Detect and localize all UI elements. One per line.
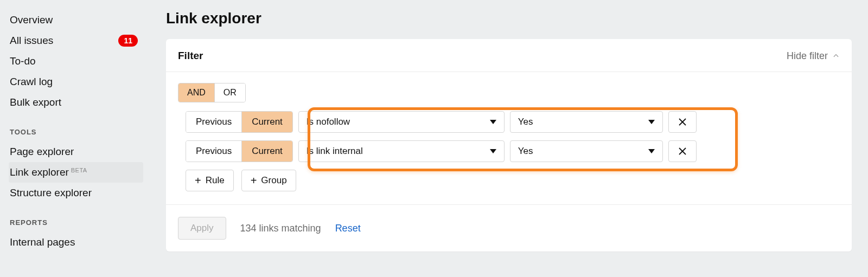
- sidebar-item-label: Page explorer: [10, 146, 74, 158]
- rule-field-select[interactable]: Is nofollow: [298, 111, 505, 133]
- logic-and[interactable]: AND: [178, 83, 214, 102]
- sidebar-item-structure-explorer[interactable]: Structure explorer: [9, 183, 143, 203]
- sidebar-item-label: Overview: [10, 14, 53, 26]
- sidebar-item-label: Bulk export: [10, 96, 61, 108]
- rule-field-value: Is link internal: [307, 146, 363, 157]
- sidebar-heading-tools: TOOLS: [10, 128, 143, 136]
- chevron-up-icon: [832, 52, 840, 60]
- plus-icon: +: [195, 175, 201, 186]
- sidebar-item-link-explorer[interactable]: Link explorerBETA: [9, 162, 143, 183]
- beta-tag: BETA: [71, 167, 87, 173]
- main-content: Link explorer Filter Hide filter AND OR …: [151, 0, 868, 277]
- caret-down-icon: [490, 120, 496, 124]
- sidebar-item-label: Structure explorer: [10, 187, 92, 199]
- close-icon: [678, 117, 687, 127]
- caret-down-icon: [648, 149, 655, 153]
- scope-previous[interactable]: Previous: [186, 141, 241, 162]
- filter-rule: Previous Current Is nofollow Yes: [186, 111, 840, 133]
- close-icon: [678, 146, 687, 156]
- logic-toggle: AND OR: [178, 83, 246, 102]
- page-title: Link explorer: [166, 10, 852, 27]
- filter-panel-header: Filter Hide filter: [166, 39, 852, 72]
- sidebar-item-label: All issues: [10, 35, 53, 47]
- scope-current[interactable]: Current: [241, 112, 292, 132]
- hide-filter-label: Hide filter: [787, 50, 828, 62]
- sidebar-item-todo[interactable]: To-do: [9, 51, 143, 72]
- sidebar-item-label: To-do: [10, 55, 36, 67]
- filter-panel: Filter Hide filter AND OR Previous Curre…: [166, 39, 852, 252]
- add-rule-button[interactable]: + Rule: [186, 170, 234, 191]
- rule-value-value: Yes: [518, 117, 533, 127]
- reset-link[interactable]: Reset: [335, 223, 361, 234]
- scope-current[interactable]: Current: [241, 141, 292, 162]
- add-controls: + Rule + Group: [178, 170, 840, 191]
- sidebar-item-bulk-export[interactable]: Bulk export: [9, 92, 143, 113]
- rule-value-select[interactable]: Yes: [510, 111, 663, 133]
- rule-value-select[interactable]: Yes: [510, 140, 663, 162]
- plus-icon: +: [251, 175, 257, 186]
- rule-field-select[interactable]: Is link internal: [298, 140, 505, 162]
- sidebar-item-label: Link explorerBETA: [10, 166, 87, 178]
- rules-container: Previous Current Is nofollow Yes: [178, 111, 840, 162]
- sidebar-item-internal-pages[interactable]: Internal pages: [9, 232, 143, 253]
- rule-field-value: Is nofollow: [307, 117, 350, 127]
- sidebar-item-all-issues[interactable]: All issues 11: [9, 30, 143, 51]
- remove-rule-button[interactable]: [668, 111, 697, 133]
- sidebar-item-label: Internal pages: [10, 236, 75, 248]
- rule-scope-toggle: Previous Current: [186, 111, 293, 133]
- caret-down-icon: [490, 149, 496, 153]
- filter-title: Filter: [178, 50, 203, 62]
- sidebar-item-overview[interactable]: Overview: [9, 10, 143, 30]
- filter-rule: Previous Current Is link internal Yes: [186, 140, 840, 162]
- add-rule-label: Rule: [206, 175, 225, 186]
- remove-rule-button[interactable]: [668, 140, 697, 162]
- apply-button[interactable]: Apply: [178, 217, 226, 240]
- sidebar-item-page-explorer[interactable]: Page explorer: [9, 141, 143, 162]
- sidebar-heading-reports: REPORTS: [10, 218, 143, 227]
- logic-or[interactable]: OR: [214, 83, 245, 102]
- scope-previous[interactable]: Previous: [186, 112, 241, 132]
- rule-scope-toggle: Previous Current: [186, 140, 293, 162]
- sidebar-item-label: Crawl log: [10, 76, 53, 88]
- add-group-label: Group: [261, 175, 286, 186]
- filter-footer: Apply 134 links matching Reset: [166, 204, 852, 252]
- issues-count-badge: 11: [118, 35, 138, 47]
- hide-filter-toggle[interactable]: Hide filter: [787, 50, 840, 62]
- sidebar: Overview All issues 11 To-do Crawl log B…: [0, 0, 151, 277]
- add-group-button[interactable]: + Group: [241, 170, 296, 191]
- caret-down-icon: [648, 120, 655, 124]
- sidebar-item-crawl-log[interactable]: Crawl log: [9, 72, 143, 92]
- rule-value-value: Yes: [518, 146, 533, 157]
- match-count-text: 134 links matching: [240, 223, 321, 234]
- filter-body: AND OR Previous Current Is nofollow Yes: [166, 72, 852, 204]
